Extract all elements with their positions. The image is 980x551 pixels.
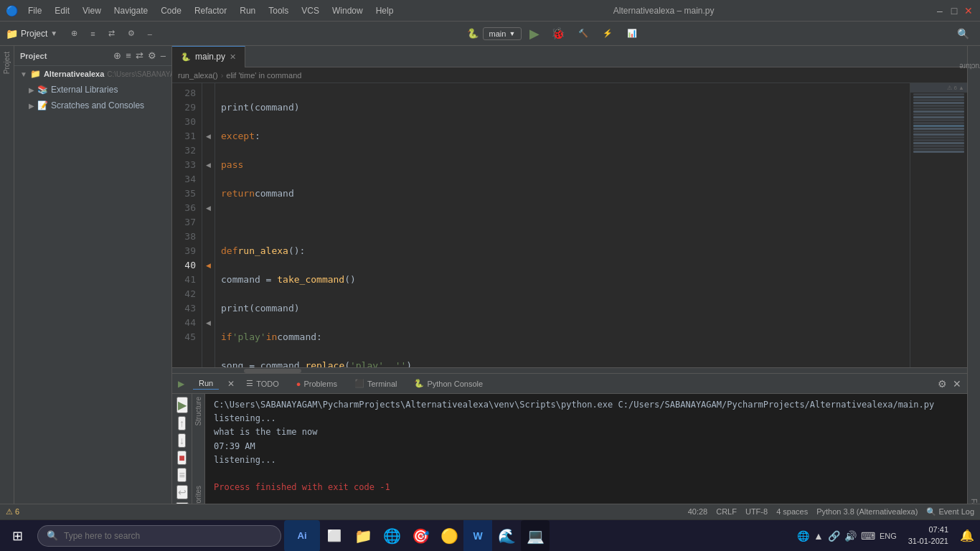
build-button[interactable]: 🔨 [573, 26, 593, 41]
code-coverage-button[interactable]: 📊 [622, 26, 642, 41]
run-tab[interactable]: Run [193, 377, 219, 390]
sidebar-add-icon[interactable]: ⊕ [113, 50, 121, 61]
minimize-button[interactable]: – [934, 5, 946, 17]
profile-button[interactable]: ⚡ [598, 26, 618, 41]
sidebar-close-icon[interactable]: – [161, 50, 166, 61]
notification-button[interactable]: 🔔 [954, 520, 980, 552]
menu-edit[interactable]: Edit [49, 4, 75, 17]
menu-refactor[interactable]: Refactor [189, 4, 232, 17]
search-bar[interactable]: 🔍 [37, 525, 281, 547]
run-configuration[interactable]: main ▼ [483, 27, 522, 40]
output-line-6 [214, 467, 958, 481]
indent-status[interactable]: 4 spaces [776, 507, 808, 517]
scroll-down-button[interactable]: ↓ [178, 433, 186, 448]
output-line-2: listening... [214, 412, 958, 425]
crlf-status[interactable]: CRLF [716, 507, 737, 517]
scroll-up-button[interactable]: ↑ [178, 416, 186, 430]
scratches-item[interactable]: ▶ 📝 Scratches and Consoles [14, 98, 171, 113]
structure-tab[interactable]: Structure [956, 61, 980, 72]
main-py-tab[interactable]: 🐍 main.py ✕ [172, 46, 245, 67]
warnings-status[interactable]: ⚠ 6 [6, 507, 19, 517]
run-config-dropdown-icon: ▼ [509, 30, 515, 37]
event-log-status[interactable]: 🔍 Event Log [926, 507, 974, 517]
menu-navigate[interactable]: Navigate [108, 4, 154, 17]
network-tray-icon[interactable]: 🔗 [828, 530, 840, 542]
run-button[interactable]: ▶ [526, 24, 543, 44]
structure-icon[interactable]: Structure [193, 394, 204, 429]
todo-tab[interactable]: ☰ TODO [240, 377, 285, 390]
menu-tools[interactable]: Tools [263, 4, 294, 17]
fold-arrow-36[interactable]: ◀ [206, 204, 211, 212]
project-dropdown-icon[interactable]: ▼ [50, 29, 57, 37]
menu-vcs[interactable]: VCS [296, 4, 325, 17]
settings-button[interactable]: ⚙ [123, 26, 140, 41]
explorer-taskbar-icon[interactable]: 📁 [349, 520, 377, 552]
settings-bottom-button[interactable]: ⚙ [938, 378, 947, 390]
pycharm-taskbar-icon[interactable]: 💻 [521, 520, 550, 552]
search-input[interactable] [64, 531, 272, 541]
breadcrumb-condition[interactable]: elif 'time' in command [226, 71, 301, 80]
flatten-packages-button[interactable]: ≡ [85, 27, 100, 41]
wrap-button[interactable]: ↩ [176, 485, 188, 499]
clock-display[interactable]: 07:41 31-01-2021 [903, 524, 954, 547]
word-taskbar-icon[interactable]: W [463, 520, 492, 552]
menu-view[interactable]: View [77, 4, 107, 17]
close-bottom-button[interactable]: ✕ [953, 378, 961, 390]
up-arrow-tray-icon[interactable]: ▲ [814, 530, 824, 542]
sidebar-sync-icon[interactable]: ⇄ [136, 50, 143, 61]
external-libraries-item[interactable]: ▶ 📚 External Libraries [14, 82, 171, 98]
globe-tray-icon[interactable]: 🌐 [797, 530, 809, 542]
run-tab-close[interactable]: ✕ [227, 379, 235, 389]
fold-arrow-31[interactable]: ◀ [206, 133, 211, 140]
stop-button[interactable]: ■ [177, 451, 186, 465]
menu-code[interactable]: Code [155, 4, 187, 17]
code-editor[interactable]: 28 29 30 31 32 33 34 35 36 37 38 39 40 4… [172, 83, 967, 367]
fold-arrow-44[interactable]: ◀ [206, 319, 211, 326]
ext-lib-icon: 📚 [37, 85, 48, 95]
line-numbers: 28 29 30 31 32 33 34 35 36 37 38 39 40 4… [172, 83, 202, 367]
python-version-status[interactable]: Python 3.8 (Alternativealexa) [816, 507, 918, 517]
filter-button[interactable]: ≡ [177, 468, 186, 482]
close-panel-button[interactable]: – [143, 27, 157, 41]
debug-button[interactable]: 🐞 [547, 24, 569, 42]
menu-window[interactable]: Window [326, 4, 369, 17]
fold-arrow-40[interactable]: ◀ [206, 262, 211, 269]
sidebar-list-icon[interactable]: ≡ [126, 50, 131, 61]
breadcrumb-function[interactable]: run_alexa() [178, 71, 218, 80]
run-play-icon[interactable]: ▶ [178, 379, 184, 389]
cortana-button[interactable]: Ai [284, 520, 320, 552]
menu-help[interactable]: Help [370, 4, 400, 17]
main-layout: Project Project ⊕ ≡ ⇄ ⚙ – ▼ 📁 Alternativ… [0, 46, 980, 531]
code-content-area[interactable]: print(command) except: pass return comma… [215, 83, 910, 367]
encoding-status[interactable]: UTF-8 [745, 507, 768, 517]
firefox-taskbar-icon[interactable]: 🌐 [377, 520, 406, 552]
start-button[interactable]: ⊞ [0, 520, 34, 552]
line-col-status[interactable]: 40:28 [688, 507, 708, 517]
expand-arrow-scratch-icon: ▶ [29, 102, 34, 110]
edge-taskbar-icon[interactable]: 🌊 [492, 520, 521, 552]
project-tab[interactable]: Project [1, 49, 12, 77]
close-button[interactable]: ✕ [963, 5, 974, 17]
volume-tray-icon[interactable]: 🔊 [844, 530, 857, 542]
run-again-button[interactable]: ▶ [176, 397, 188, 413]
horizontal-scrollbar[interactable] [172, 367, 967, 373]
maximize-button[interactable]: □ [948, 5, 960, 17]
sidebar-settings-icon[interactable]: ⚙ [148, 50, 156, 61]
problems-tab[interactable]: ● Problems [291, 378, 343, 390]
fold-arrow-33[interactable]: ◀ [206, 161, 211, 169]
tab-close-button[interactable]: ✕ [230, 52, 236, 62]
add-bookmark-button[interactable]: ⊕ [66, 26, 83, 41]
python-console-tab[interactable]: 🐍 Python Console [408, 377, 489, 390]
powerpoint-taskbar-icon[interactable]: 🎯 [406, 520, 435, 552]
project-root-item[interactable]: ▼ 📁 Alternativealexa C:\Users\SABANAYAGA… [14, 66, 171, 82]
menu-file[interactable]: File [22, 4, 47, 17]
chrome-taskbar-icon[interactable]: 🟡 [435, 520, 463, 552]
menu-run[interactable]: Run [234, 4, 261, 17]
collapse-button[interactable]: ⇄ [103, 26, 120, 41]
keyboard-tray-icon[interactable]: ⌨ [861, 530, 875, 542]
terminal-tab[interactable]: ⬛ Terminal [349, 377, 403, 390]
bottom-tabs: ▶ Run ✕ ☰ TODO ● Problems ⬛ Terminal [172, 374, 967, 394]
task-view-button[interactable]: ⬜ [320, 520, 349, 552]
search-everywhere-button[interactable]: 🔍 [952, 25, 974, 42]
language-label[interactable]: ENG [880, 532, 897, 540]
